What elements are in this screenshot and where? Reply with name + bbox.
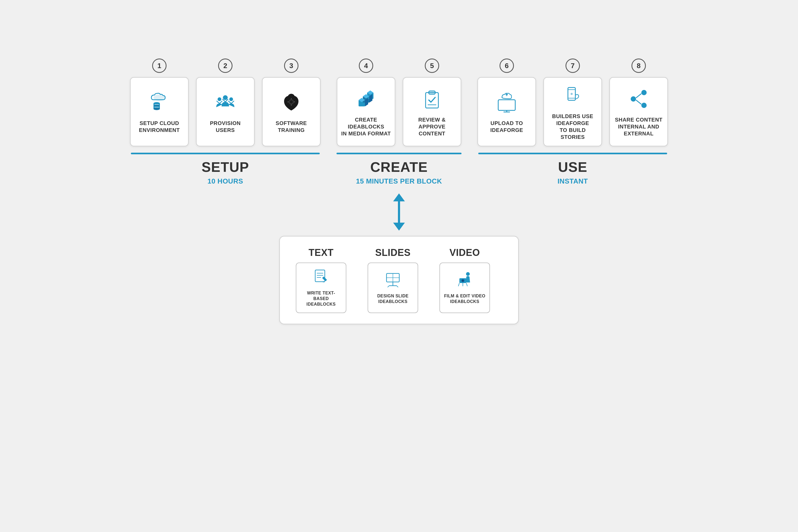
svg-line-59 xyxy=(387,286,389,287)
svg-line-12 xyxy=(220,101,222,103)
create-underline xyxy=(337,153,461,154)
video-card: FILM & EDIT VIDEO IDEABLOCKS xyxy=(439,263,490,313)
svg-point-44 xyxy=(641,103,647,108)
svg-point-45 xyxy=(631,96,636,101)
upload-icon xyxy=(496,92,517,116)
svg-point-8 xyxy=(223,95,228,100)
media-type-text: TEXT WRITE TEXT-BASED IDEABL xyxy=(296,247,346,313)
card-label-7: BUILDERS USEIDEAFORGETO BUILD STORIES xyxy=(547,113,598,140)
svg-rect-33 xyxy=(429,91,435,94)
use-title: USE xyxy=(558,159,587,175)
svg-line-67 xyxy=(466,283,467,286)
step-number-2: 2 xyxy=(218,58,232,73)
svg-line-46 xyxy=(636,94,641,98)
card-8: SHARE CONTENTINTERNAL ANDEXTERNAL xyxy=(609,77,668,146)
setup-title: SETUP xyxy=(202,159,249,175)
slides-card-label: DESIGN SLIDE IDEABLOCKS xyxy=(372,293,414,305)
svg-point-18 xyxy=(290,100,293,103)
arrow-down xyxy=(393,223,405,231)
page: 1 xyxy=(0,0,798,532)
use-underline xyxy=(478,153,667,154)
slides-label: SLIDES xyxy=(375,247,411,258)
svg-line-13 xyxy=(228,101,231,103)
doc-edit-icon xyxy=(313,268,329,288)
step-5: 5 xyxy=(403,58,461,146)
brain-icon xyxy=(281,92,302,116)
card-5: REVIEW &APPROVECONTENT xyxy=(403,77,461,146)
card-label-2: PROVISION USERS xyxy=(200,120,251,134)
svg-point-10 xyxy=(229,97,233,101)
media-type-video: VIDEO xyxy=(439,247,490,313)
group-setup: 1 xyxy=(130,58,321,185)
slides-card: DESIGN SLIDE IDEABLOCKS xyxy=(367,263,418,313)
svg-point-61 xyxy=(466,272,470,276)
step-2: 2 xyxy=(196,58,254,146)
setup-underline xyxy=(131,153,320,154)
step-number-3: 3 xyxy=(284,58,299,73)
text-label: TEXT xyxy=(308,247,334,258)
create-cards: 4 xyxy=(337,58,461,146)
video-label: VIDEO xyxy=(450,247,480,258)
step-6: 6 xyxy=(477,58,536,146)
svg-line-11 xyxy=(217,101,220,103)
svg-line-14 xyxy=(231,101,234,103)
svg-point-64 xyxy=(462,280,464,281)
card-7: BUILDERS USEIDEAFORGETO BUILD STORIES xyxy=(544,77,602,146)
create-title: CREATE xyxy=(370,159,428,175)
step-8: 8 SHARE CONTENTINTE xyxy=(609,58,668,146)
video-card-label: FILM & EDIT VIDEO IDEABLOCKS xyxy=(444,293,486,305)
step-number-1: 1 xyxy=(152,58,167,73)
arrow-up xyxy=(393,193,405,201)
svg-point-43 xyxy=(641,90,647,95)
svg-line-65 xyxy=(458,283,459,286)
text-card: WRITE TEXT-BASED IDEABLOCKS xyxy=(296,263,346,313)
card-2: PROVISION USERS xyxy=(196,77,254,146)
svg-point-42 xyxy=(571,93,573,95)
step-7: 7 xyxy=(544,58,602,146)
step-number-7: 7 xyxy=(566,58,580,73)
use-cards: 6 xyxy=(477,58,668,146)
group-use: 6 xyxy=(477,58,668,185)
svg-line-47 xyxy=(636,100,641,104)
card-3: SOFTWARETRAINING xyxy=(262,77,321,146)
text-card-label: WRITE TEXT-BASED IDEABLOCKS xyxy=(300,290,342,307)
card-label-4: CREATEIDEABLOCKSIN MEDIA FORMAT xyxy=(341,116,391,137)
svg-rect-48 xyxy=(315,270,325,282)
cloud-db-icon xyxy=(149,92,170,116)
card-1: SETUP CLOUD ENVIRONMENT xyxy=(130,77,189,146)
svg-rect-35 xyxy=(498,100,515,110)
step-number-6: 6 xyxy=(499,58,514,73)
svg-line-60 xyxy=(397,286,398,287)
blocks-icon xyxy=(355,88,377,113)
bottom-area: TEXT WRITE TEXT-BASED IDEABL xyxy=(0,193,798,324)
card-4: CREATEIDEABLOCKSIN MEDIA FORMAT xyxy=(337,77,395,146)
step-number-4: 4 xyxy=(359,58,373,73)
camera-icon xyxy=(457,271,473,291)
card-label-3: SOFTWARETRAINING xyxy=(276,120,307,134)
arrow-shaft xyxy=(398,201,400,223)
projector-icon xyxy=(385,271,401,291)
setup-cards: 1 xyxy=(130,58,321,146)
card-label-5: REVIEW &APPROVECONTENT xyxy=(418,116,446,137)
setup-subtitle: 10 HOURS xyxy=(208,177,243,185)
step-3: 3 xyxy=(262,58,321,146)
bottom-panel: TEXT WRITE TEXT-BASED IDEABL xyxy=(279,236,519,324)
media-type-slides: SLIDES xyxy=(367,247,418,313)
create-subtitle: 15 MINUTES PER BLOCK xyxy=(356,177,442,185)
svg-point-9 xyxy=(217,97,221,101)
step-4: 4 xyxy=(337,58,395,146)
card-label-1: SETUP CLOUD ENVIRONMENT xyxy=(134,120,185,134)
phone-build-icon xyxy=(562,85,583,109)
users-icon xyxy=(215,92,236,116)
step-number-5: 5 xyxy=(425,58,439,73)
card-label-8: SHARE CONTENTINTERNAL ANDEXTERNAL xyxy=(615,116,663,137)
group-create: 4 xyxy=(337,58,461,185)
step-number-8: 8 xyxy=(631,58,646,73)
share-icon xyxy=(628,88,649,113)
svg-point-5 xyxy=(153,108,160,110)
double-arrow xyxy=(393,193,405,231)
workflow-row: 1 xyxy=(0,0,798,185)
step-1: 1 xyxy=(130,58,189,146)
card-label-6: UPLOAD TOIDEAFORGE xyxy=(490,120,523,134)
use-subtitle: INSTANT xyxy=(557,177,588,185)
